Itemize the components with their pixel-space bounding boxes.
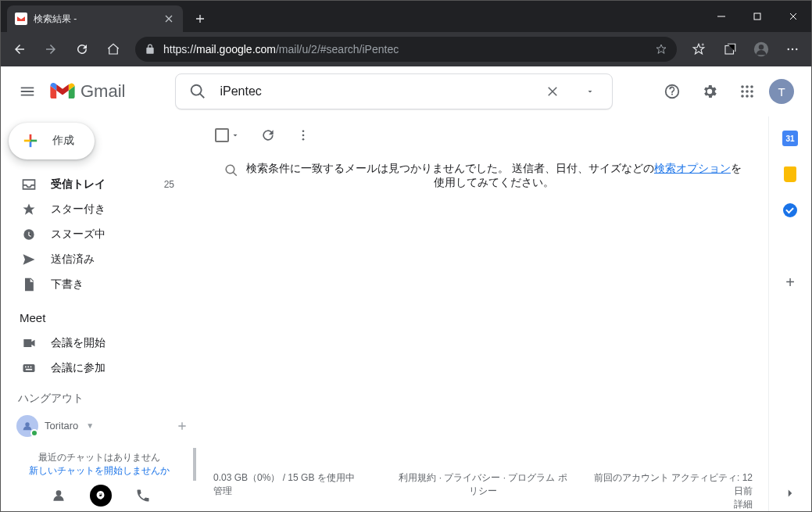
browser-profile-button[interactable] [747,35,775,63]
storage-info: 0.03 GB（0%） / 15 GB を使用中 管理 [213,471,383,511]
url-protocol: https:// [163,43,196,55]
favorites-button[interactable] [685,35,713,63]
support-button[interactable] [656,76,688,107]
search-options-dropdown[interactable] [574,76,606,107]
gmail-logo[interactable]: Gmail [49,81,125,102]
chevron-down-icon[interactable]: ▼ [86,421,94,430]
gmail-logo-icon [49,81,76,102]
browser-tab[interactable]: 検索結果 - [7,5,183,32]
hangouts-chat-button[interactable] [90,485,112,507]
svg-rect-0 [754,13,760,20]
url-domain: mail.google.com [196,43,276,55]
last-activity: 前回のアカウント アクティビティ: 12 日前 [583,471,753,498]
new-tab-button[interactable] [189,8,211,30]
tasks-addon-button[interactable] [782,202,798,218]
compose-label: 作成 [52,134,74,148]
gmail-favicon [15,13,27,25]
keep-addon-button[interactable] [782,166,798,182]
chat-empty-state: 最近のチャットはありません 新しいチャットを開始しませんか [5,448,196,481]
tasks-icon [783,203,797,217]
tab-title: 検索結果 - [34,13,156,26]
svg-point-11 [741,90,744,93]
sidebar-item-label: 会議に参加 [51,361,106,375]
sidebar-item-snoozed[interactable]: スヌーズ中 [1,222,191,247]
avatar-letter: T [778,85,785,98]
sidebar-item-label: 送信済み [51,252,95,267]
sidebar-item-drafts[interactable]: 下書き [1,272,191,297]
chat-start-link[interactable]: 新しいチャットを開始しませんか [13,464,185,478]
compose-button[interactable]: 作成 [9,123,95,159]
send-icon [21,252,37,267]
search-clear-button[interactable] [537,76,568,107]
svg-point-23 [25,422,29,426]
main-content: 検索条件に一致するメールは見つかりませんでした。 送信者、日付、サイズなどの検索… [201,116,769,511]
keyboard-icon [21,360,37,376]
video-icon [21,335,37,351]
address-bar[interactable]: https://mail.google.com/mail/u/2/#search… [135,37,677,62]
meet-join-button[interactable]: 会議に参加 [1,356,191,381]
svg-point-27 [302,138,305,141]
svg-point-8 [741,85,744,88]
collections-button[interactable] [716,35,744,63]
url-path: /mail/u/2/#search/iPentec [276,43,399,55]
star-icon [21,202,37,217]
hangouts-phone-button[interactable] [129,482,157,510]
no-results-text: 検索条件に一致するメールは見つかりませんでした。 送信者、日付、サイズなどの [246,162,654,174]
window-close-button[interactable] [775,1,811,32]
nav-forward-button[interactable] [37,35,65,63]
hangouts-contacts-button[interactable] [45,482,73,510]
search-input[interactable] [220,84,531,98]
select-all-checkbox[interactable] [215,128,229,142]
meet-start-button[interactable]: 会議を開始 [1,331,191,356]
browser-menu-button[interactable] [778,35,807,63]
url-text: https://mail.google.com/mail/u/2/#search… [163,43,647,55]
settings-button[interactable] [694,76,725,107]
svg-point-24 [56,491,62,496]
main-menu-button[interactable] [9,73,46,110]
search-options-link[interactable]: 検索オプション [654,162,731,174]
svg-point-16 [750,95,753,98]
footer-policies[interactable]: 利用規約 · プライバシー · プログラム ポリシー [399,471,568,511]
window-minimize-button[interactable] [703,1,739,32]
nav-refresh-button[interactable] [68,35,96,63]
svg-point-5 [792,48,793,50]
svg-point-3 [759,45,764,49]
no-results-message: 検索条件に一致するメールは見つかりませんでした。 送信者、日付、サイズなどの検索… [201,154,765,190]
hangouts-section-title: ハングアウト [1,381,201,412]
get-addons-button[interactable]: + [782,274,798,290]
sidebar-item-inbox[interactable]: 受信トレイ 25 [1,172,191,197]
side-panel: 31 + [769,116,811,511]
chat-empty-line1: 最近のチャットはありません [13,451,185,464]
collapse-panel-button[interactable] [783,486,797,500]
plus-icon [20,130,41,152]
refresh-button[interactable] [260,127,276,143]
hangouts-footer [1,481,201,511]
window-maximize-button[interactable] [739,1,775,32]
svg-point-14 [741,95,744,98]
storage-usage: 0.03 GB（0%） / 15 GB を使用中 [213,471,383,485]
sidebar-item-sent[interactable]: 送信済み [1,247,191,272]
nav-home-button[interactable] [99,35,127,63]
sidebar-item-starred[interactable]: スター付き [1,197,191,222]
select-dropdown[interactable] [231,131,240,140]
calendar-addon-button[interactable]: 31 [782,131,798,146]
hangouts-add-button[interactable] [176,420,188,432]
bookmark-star-icon[interactable] [655,43,667,55]
tab-close-button[interactable] [163,13,175,25]
search-button[interactable] [182,76,213,107]
gmail-header: Gmail T [1,66,811,116]
account-avatar[interactable]: T [769,79,794,104]
storage-manage-link[interactable]: 管理 [213,485,383,498]
inbox-icon [21,177,37,192]
svg-point-15 [746,95,749,98]
search-icon [224,163,238,177]
window-controls [703,1,811,32]
google-apps-button[interactable] [732,76,763,107]
svg-point-10 [750,85,753,88]
svg-rect-19 [25,366,27,367]
hangouts-user-row[interactable]: Toritaro ▼ [1,412,201,440]
lock-icon [145,44,156,55]
nav-back-button[interactable] [5,35,34,63]
more-button[interactable] [296,128,310,142]
activity-details-link[interactable]: 詳細 [583,498,753,511]
